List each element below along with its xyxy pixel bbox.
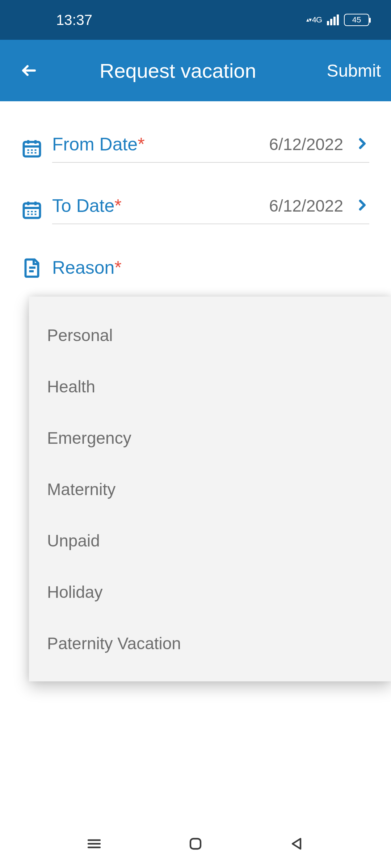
reason-option-paternity[interactable]: Paternity Vacation	[29, 618, 391, 669]
app-bar: Request vacation Submit	[0, 40, 391, 101]
reason-option-maternity[interactable]: Maternity	[29, 464, 391, 515]
svg-rect-1	[24, 204, 40, 218]
nav-back-button[interactable]	[288, 835, 306, 854]
status-bar: 13:37 ▴▾4G 45	[0, 0, 391, 40]
reason-dropdown: Personal Health Emergency Maternity Unpa…	[29, 297, 391, 681]
chevron-right-icon	[355, 136, 369, 152]
from-date-field[interactable]: From Date* 6/12/2022	[21, 134, 369, 163]
reason-option-emergency[interactable]: Emergency	[29, 412, 391, 464]
calendar-icon	[21, 199, 43, 221]
network-4g-icon: ▴▾4G	[306, 15, 322, 25]
page-title: Request vacation	[29, 59, 327, 82]
chevron-right-icon	[355, 198, 369, 214]
status-time: 13:37	[56, 12, 92, 28]
svg-rect-2	[190, 839, 201, 849]
to-date-label: To Date*	[52, 195, 122, 216]
signal-bars-icon	[327, 14, 339, 25]
to-date-field[interactable]: To Date* 6/12/2022	[21, 195, 369, 224]
reason-option-health[interactable]: Health	[29, 361, 391, 412]
system-nav-bar	[0, 821, 391, 868]
status-right: ▴▾4G 45	[306, 14, 369, 26]
reason-label: Reason*	[52, 257, 122, 278]
reason-field[interactable]: Reason*	[21, 257, 369, 278]
calendar-icon	[21, 137, 43, 159]
from-date-label: From Date*	[52, 134, 145, 155]
document-icon	[21, 257, 43, 278]
to-date-value: 6/12/2022	[269, 196, 343, 216]
battery-icon: 45	[344, 14, 369, 26]
svg-rect-0	[24, 142, 40, 157]
submit-button[interactable]: Submit	[327, 61, 381, 81]
home-button[interactable]	[187, 835, 204, 854]
reason-option-holiday[interactable]: Holiday	[29, 566, 391, 618]
reason-option-unpaid[interactable]: Unpaid	[29, 515, 391, 566]
recent-apps-button[interactable]	[85, 835, 103, 854]
reason-option-personal[interactable]: Personal	[29, 310, 391, 361]
from-date-value: 6/12/2022	[269, 135, 343, 154]
form-content: From Date* 6/12/2022 To Date* 6/12/2022 …	[0, 101, 391, 278]
